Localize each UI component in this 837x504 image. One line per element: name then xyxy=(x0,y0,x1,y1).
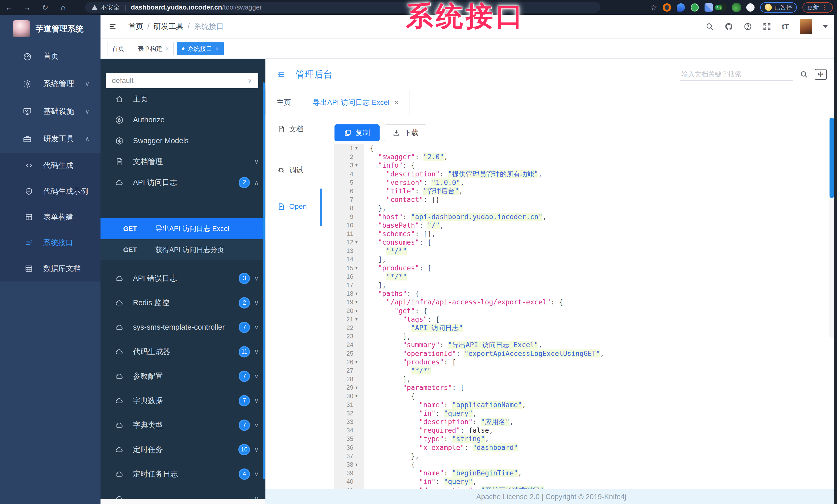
fold-arrow-icon[interactable]: ▾ xyxy=(355,306,364,315)
group-select[interactable]: default ∨ xyxy=(106,73,258,88)
chevron-down-icon[interactable]: ∨ xyxy=(254,158,259,165)
code-line[interactable]: 35 "type": "string", xyxy=(334,434,837,443)
doc-search-icon[interactable] xyxy=(800,70,808,78)
fold-arrow-icon[interactable]: ▾ xyxy=(355,144,364,152)
code-line[interactable]: 9 "host": "api-dashboard.yudao.iocoder.c… xyxy=(334,212,837,221)
code-line[interactable]: 15▾ "produces": [ xyxy=(334,264,837,272)
help-icon[interactable] xyxy=(744,22,752,31)
api-group-API 访问日志[interactable]: API 访问日志2∧ xyxy=(101,172,265,193)
swagger-nav-Swagger Models[interactable]: Swagger Models xyxy=(101,130,265,151)
sidebar-collapse-icon[interactable] xyxy=(108,23,117,31)
code-line[interactable]: 20▾ "get": { xyxy=(334,306,837,315)
api-group-参数配置[interactable]: 参数配置7∨ xyxy=(101,364,265,388)
code-line[interactable]: 24 "summary": "导出API 访问日志 Excel", xyxy=(334,340,837,349)
code-line[interactable]: 29▾ "parameters": [ xyxy=(334,383,837,392)
font-size-icon[interactable]: tT xyxy=(782,22,789,31)
code-line[interactable]: 18▾ "paths": { xyxy=(334,289,837,298)
doc-tab-导出API 访问日志 Excel[interactable]: 导出API 访问日志 Excel× xyxy=(302,90,409,115)
sidebar-item-首页[interactable]: 首页 xyxy=(0,42,101,70)
fold-arrow-icon[interactable]: ▾ xyxy=(355,264,364,272)
extension-icon[interactable] xyxy=(691,3,699,12)
chevron-down-icon[interactable]: ∨ xyxy=(254,446,259,453)
sidebar-item-系统管理[interactable]: 系统管理∨ xyxy=(0,70,101,98)
browser-menu-icon[interactable]: ⋮ xyxy=(821,3,828,11)
sidebar-item-基础设施[interactable]: 基础设施∨ xyxy=(0,98,101,125)
chevron-down-icon[interactable]: ∨ xyxy=(254,324,259,331)
fold-arrow-icon[interactable]: ▾ xyxy=(355,289,364,298)
swagger-nav-Authorize[interactable]: Authorize xyxy=(101,109,265,130)
code-line[interactable]: 12▾ "consumes": [ xyxy=(334,238,837,246)
code-line[interactable]: 22 "API 访问日志" xyxy=(334,323,837,332)
code-line[interactable]: 41 "description": "开始开始请求时间" xyxy=(334,486,837,490)
bookmark-star-icon[interactable]: ☆ xyxy=(650,3,657,12)
browser-back-icon[interactable]: ← xyxy=(0,3,18,12)
sidebar-subitem-系统接口[interactable]: 系统接口 xyxy=(0,230,101,256)
sidebar-scrollbar[interactable] xyxy=(263,82,265,479)
chevron-down-icon[interactable]: ∨ xyxy=(254,275,259,282)
doc-nav-调试[interactable]: 调试 xyxy=(277,162,304,178)
code-line[interactable]: 28 ], xyxy=(334,375,837,383)
api-group-代码生成器[interactable]: 代码生成器11∨ xyxy=(101,339,265,364)
extension-icon[interactable] xyxy=(746,3,754,12)
fold-arrow-icon[interactable]: ▾ xyxy=(355,358,364,366)
api-group-字典数据[interactable]: 字典数据7∨ xyxy=(101,388,265,413)
code-line[interactable]: 1▾{ xyxy=(334,144,837,152)
breadcrumb-item[interactable]: 研发工具 xyxy=(154,22,183,31)
fold-arrow-icon[interactable]: ▾ xyxy=(355,383,364,392)
fold-arrow-icon[interactable]: ▾ xyxy=(355,392,364,400)
code-line[interactable]: 4 "description": "提供管理员管理的所有功能", xyxy=(334,170,837,178)
code-line[interactable]: 26▾ "produces": [ xyxy=(334,358,837,366)
chevron-up-icon[interactable]: ∧ xyxy=(254,179,259,186)
close-icon[interactable]: × xyxy=(165,45,169,52)
doc-nav-Open[interactable]: Open xyxy=(277,199,307,214)
fullscreen-icon[interactable] xyxy=(763,22,771,31)
update-chip[interactable]: 更新 ⋮ xyxy=(802,2,833,13)
search-icon[interactable] xyxy=(706,22,714,31)
code-line[interactable]: 30▾ { xyxy=(334,392,837,400)
code-line[interactable]: 17 ], xyxy=(334,281,837,289)
browser-home-icon[interactable]: ⌂ xyxy=(54,3,72,12)
extension-icon[interactable] xyxy=(677,3,685,12)
tag-首页[interactable]: 首页 xyxy=(107,42,129,55)
fold-arrow-icon[interactable]: ▾ xyxy=(355,161,364,169)
code-line[interactable]: 33 "description": "应用名", xyxy=(334,417,837,426)
doc-tab-主页[interactable]: 主页 xyxy=(265,90,302,115)
code-line[interactable]: 7 "contact": {} xyxy=(334,195,837,204)
code-line[interactable]: 38▾ { xyxy=(334,460,837,469)
code-line[interactable]: 5 "version": "1.0.0", xyxy=(334,178,837,187)
code-line[interactable]: 10 "basePath": "/", xyxy=(334,221,837,229)
doc-nav-文档[interactable]: 文档 xyxy=(277,121,304,137)
sidebar-subitem-代码生成示例[interactable]: 代码生成示例 xyxy=(0,179,101,204)
code-line[interactable]: 2 "swagger": "2.0", xyxy=(334,152,837,161)
chevron-down-icon[interactable]: ∨ xyxy=(254,299,259,306)
code-line[interactable]: 3▾ "info": { xyxy=(334,161,837,169)
chevron-down-icon[interactable]: ∨ xyxy=(254,397,259,404)
fold-arrow-icon[interactable]: ▾ xyxy=(355,460,364,469)
fold-arrow-icon[interactable]: ▾ xyxy=(355,238,364,246)
code-line[interactable]: 16 "*/*" xyxy=(334,272,837,281)
sidebar-subitem-数据库文档[interactable]: 数据库文档 xyxy=(0,256,101,281)
paused-extension-chip[interactable]: 已暂停 xyxy=(760,2,797,13)
app-logo-row[interactable]: 芋道管理系统 xyxy=(0,15,101,42)
breadcrumb-item[interactable]: 首页 xyxy=(128,22,143,31)
api-group-定时任务[interactable]: 定时任务10∨ xyxy=(101,437,265,462)
copy-button[interactable]: 复制 xyxy=(335,125,379,142)
close-icon[interactable]: × xyxy=(394,99,398,107)
tag-系统接口[interactable]: 系统接口× xyxy=(177,42,224,55)
api-group-字典类型[interactable]: 字典类型7∨ xyxy=(101,413,265,437)
code-line[interactable]: 25 "operationId": "exportApiAccessLogExc… xyxy=(334,349,837,358)
code-line[interactable]: 8 }, xyxy=(334,204,837,212)
github-icon[interactable] xyxy=(725,22,733,31)
chevron-down-icon[interactable]: ∨ xyxy=(254,348,259,355)
extension-icon[interactable] xyxy=(732,3,741,12)
api-group-Redis 监控[interactable]: Redis 监控2∨ xyxy=(101,291,265,315)
language-toggle[interactable]: 中 xyxy=(815,69,827,80)
code-line[interactable]: 21▾ "tags": [ xyxy=(334,315,837,323)
swagger-nav-主页[interactable]: 主页 xyxy=(101,89,265,109)
sidebar-subitem-表单构建[interactable]: 表单构建 xyxy=(0,204,101,230)
fold-arrow-icon[interactable]: ▾ xyxy=(355,298,364,306)
code-line[interactable]: 37 }, xyxy=(334,452,837,460)
chevron-down-icon[interactable]: ∨ xyxy=(254,422,259,429)
code-line[interactable]: 6 "title": "管理后台", xyxy=(334,187,837,195)
code-line[interactable]: 34 "required": false, xyxy=(334,426,837,434)
